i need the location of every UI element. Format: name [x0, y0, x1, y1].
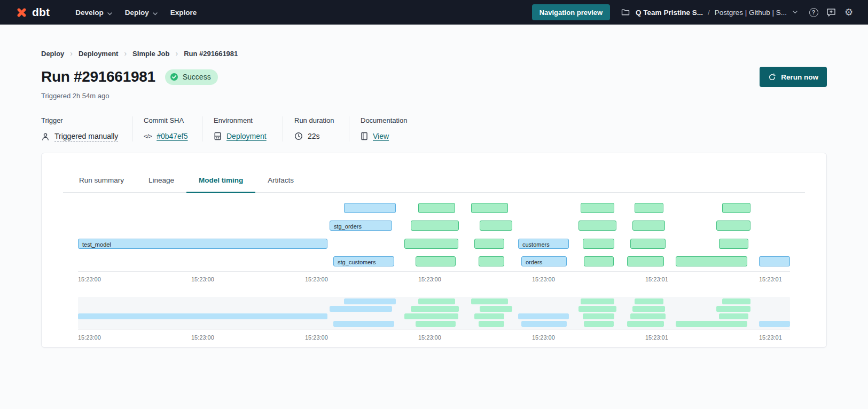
gantt-bar[interactable] [416, 256, 456, 266]
commit-sha-link[interactable]: #0b47ef5 [157, 132, 187, 140]
document-icon [361, 132, 368, 140]
top-navbar: dbt Develop Deploy Explore Navigation pr… [0, 0, 868, 25]
gantt-bar[interactable] [635, 203, 663, 213]
gantt-bar[interactable] [471, 203, 508, 213]
gantt-bar [627, 321, 664, 327]
account-project-switcher[interactable]: Q Team Pristine S... / Postgres | Github… [620, 7, 797, 18]
gantt-bar-customers[interactable]: customers [518, 239, 569, 249]
axis-tick-label: 15:23:00 [418, 334, 441, 341]
triggered-timestamp: Triggered 2h 54m ago [41, 92, 827, 100]
gantt-bar-label: stg_customers [334, 258, 376, 266]
nav-menu-explore[interactable]: Explore [164, 0, 204, 25]
project-name: Postgres | Github | S... [715, 9, 787, 17]
meta-commit-sha: Commit SHA </> #0b47ef5 [132, 116, 202, 141]
page-title: Run #291661981 [41, 68, 155, 85]
trigger-value[interactable]: Triggered manually [54, 132, 118, 141]
help-icon[interactable]: ? [808, 7, 819, 18]
breadcrumb-deployment[interactable]: Deployment [79, 49, 127, 58]
model-timing-gantt: stg_orderstest_modelcustomersstg_custome… [78, 203, 790, 267]
chevron-down-icon [153, 9, 158, 17]
gantt-bar-stg_customers[interactable]: stg_customers [333, 256, 394, 266]
gantt-bar [581, 298, 614, 304]
gantt-bar[interactable] [676, 256, 747, 266]
status-badge: Success [165, 69, 218, 85]
gantt-bar-stg_orders[interactable]: stg_orders [330, 221, 392, 231]
tab-lineage[interactable]: Lineage [136, 176, 186, 193]
gantt-bar-orders[interactable]: orders [521, 256, 567, 266]
gantt-bar[interactable] [627, 256, 664, 266]
meta-run-duration: Run duration 22s [283, 116, 349, 141]
nav-menu-deploy[interactable]: Deploy [119, 0, 164, 25]
gantt-bar[interactable] [583, 239, 614, 249]
gantt-time-axis: 15:23:0015:23:0015:23:0015:23:0015:23:00… [78, 271, 790, 286]
gantt-bar-orders [521, 321, 567, 327]
gear-icon[interactable]: ⚙ [843, 7, 854, 18]
dbt-logo-text: dbt [32, 6, 50, 19]
tab-artifacts[interactable]: Artifacts [255, 176, 306, 193]
gantt-bar [632, 306, 665, 312]
environment-link[interactable]: Deployment [226, 132, 267, 140]
tab-bar: Run summary Lineage Model timing Artifac… [63, 153, 805, 193]
axis-tick-label: 15:23:00 [418, 276, 441, 282]
run-detail-card: Run summary Lineage Model timing Artifac… [41, 153, 827, 348]
gantt-bar[interactable] [581, 203, 614, 213]
gantt-bar [578, 306, 616, 312]
dbt-logo[interactable]: dbt [15, 6, 50, 19]
gantt-bar[interactable] [719, 239, 748, 249]
gantt-bar[interactable] [474, 239, 504, 249]
gantt-bar[interactable] [479, 256, 504, 266]
gantt-bar-customers [518, 313, 569, 319]
page-content: Deploy Deployment SImple Job Run #291661… [0, 25, 868, 348]
gantt-bar[interactable] [630, 239, 666, 249]
gantt-bar[interactable] [404, 239, 458, 249]
meta-environment: Environment Deployment [202, 116, 283, 141]
overview-time-axis: 15:23:0015:23:0015:23:0015:23:0015:23:00… [78, 329, 790, 344]
gantt-bar [479, 321, 504, 327]
person-icon [41, 132, 50, 141]
gantt-bar-label: test_model [79, 240, 111, 249]
axis-tick-label: 15:23:00 [532, 334, 555, 341]
refresh-icon [768, 73, 776, 81]
axis-tick-label: 15:23:00 [78, 334, 101, 341]
nav-menu-develop[interactable]: Develop [69, 0, 119, 25]
gantt-bar [719, 313, 748, 319]
gantt-bar[interactable] [480, 221, 512, 231]
documentation-view-link[interactable]: View [373, 132, 389, 140]
axis-tick-label: 15:23:00 [532, 276, 555, 282]
gantt-bar[interactable] [578, 221, 616, 231]
gantt-bar [716, 306, 750, 312]
account-name: Q Team Pristine S... [636, 9, 703, 17]
account-separator: / [708, 9, 710, 17]
meta-trigger: Trigger Triggered manually [41, 116, 132, 141]
gantt-bar [404, 313, 458, 319]
gantt-bar-stg_customers [333, 321, 394, 327]
gantt-bar-test_model[interactable]: test_model [78, 239, 327, 249]
breadcrumb-deploy[interactable]: Deploy [41, 49, 73, 58]
check-circle-icon [170, 73, 178, 81]
gantt-bar[interactable] [344, 203, 396, 213]
tab-model-timing[interactable]: Model timing [186, 176, 255, 193]
gantt-overview-brush[interactable] [78, 297, 790, 329]
gantt-bar[interactable] [411, 221, 459, 231]
axis-tick-label: 15:23:00 [191, 276, 214, 282]
gantt-bar[interactable] [632, 221, 665, 231]
gantt-bar [635, 298, 663, 304]
gantt-bar[interactable] [418, 203, 455, 213]
gantt-bar[interactable] [722, 203, 750, 213]
navigation-preview-button[interactable]: Navigation preview [532, 4, 610, 20]
gantt-bar[interactable] [584, 256, 614, 266]
breadcrumb-simple-job[interactable]: SImple Job [132, 49, 178, 58]
axis-tick-label: 15:23:00 [191, 334, 214, 341]
feedback-icon[interactable] [826, 7, 836, 18]
axis-tick-label: 15:23:01 [645, 276, 668, 282]
gantt-bar[interactable] [716, 221, 750, 231]
gantt-bar [480, 306, 512, 312]
database-icon [214, 132, 222, 140]
gantt-bar-label: customers [519, 240, 550, 249]
gantt-bar [759, 321, 790, 327]
axis-tick-label: 15:23:00 [305, 334, 328, 341]
gantt-bar[interactable] [759, 256, 790, 266]
gantt-bar [418, 298, 455, 304]
tab-run-summary[interactable]: Run summary [67, 176, 136, 193]
rerun-now-button[interactable]: Rerun now [760, 67, 827, 87]
